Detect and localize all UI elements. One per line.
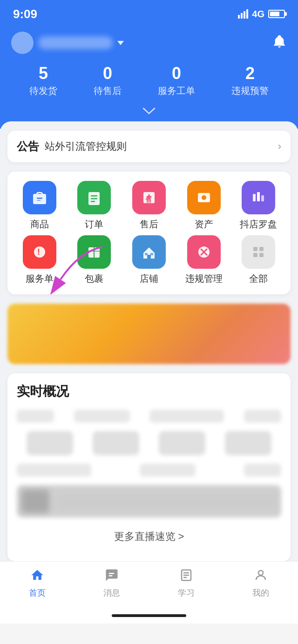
menu-item-store[interactable]: 店铺 bbox=[126, 235, 172, 285]
signal-icon bbox=[238, 9, 248, 19]
home-icon bbox=[30, 568, 44, 585]
realtime-row-2 bbox=[17, 431, 281, 455]
blur-metric-2 bbox=[93, 431, 139, 455]
svg-rect-28 bbox=[253, 247, 257, 251]
status-time: 9:09 bbox=[13, 7, 37, 21]
store-label: 店铺 bbox=[140, 272, 158, 285]
stat-num-violation: 2 bbox=[231, 65, 269, 82]
stat-num-service: 0 bbox=[158, 65, 195, 82]
svg-rect-24 bbox=[150, 253, 153, 255]
goods-label: 商品 bbox=[30, 218, 49, 231]
svg-rect-3 bbox=[37, 200, 41, 201]
svg-rect-35 bbox=[183, 577, 187, 578]
svg-rect-30 bbox=[253, 253, 257, 257]
notification-bell-icon[interactable] bbox=[272, 34, 287, 52]
stat-label-service: 服务工单 bbox=[158, 85, 195, 97]
home-bar bbox=[112, 614, 186, 617]
home-indicator bbox=[0, 610, 298, 624]
stat-num-aftersale: 0 bbox=[94, 65, 122, 82]
nav-item-home[interactable]: 首页 bbox=[19, 568, 56, 598]
svg-rect-22 bbox=[147, 255, 151, 259]
realtime-row-3 bbox=[17, 464, 281, 477]
menu-item-assets[interactable]: 资产 bbox=[181, 181, 227, 231]
nav-item-messages[interactable]: 消息 bbox=[93, 568, 130, 598]
menu-item-violation[interactable]: 违规管理 bbox=[181, 235, 227, 285]
bottom-nav: 首页 消息 学习 bbox=[0, 561, 298, 610]
service-label: 服务单 bbox=[26, 272, 54, 285]
announcement-label: 公告 bbox=[17, 139, 39, 154]
menu-item-compass[interactable]: 抖店罗盘 bbox=[235, 181, 282, 231]
store-chevron-icon bbox=[117, 41, 124, 45]
header: 5 待发货 0 待售后 0 服务工单 2 违规预警 bbox=[0, 26, 298, 129]
blur-metric-3 bbox=[159, 431, 205, 455]
menu-item-aftersale[interactable]: 售 售后 bbox=[126, 181, 172, 231]
nav-label-learn: 学习 bbox=[178, 587, 195, 598]
svg-text:!: ! bbox=[37, 247, 40, 257]
menu-grid: 商品 订单 bbox=[7, 172, 291, 294]
svg-rect-15 bbox=[261, 195, 264, 201]
menu-row-1: 商品 订单 bbox=[12, 181, 286, 231]
orders-icon bbox=[77, 181, 111, 214]
content-area: 公告 站外引流管控规则 › 商品 bbox=[0, 121, 298, 561]
stat-waiting-ship[interactable]: 5 待发货 bbox=[29, 65, 57, 97]
status-icons: 4G bbox=[238, 9, 285, 20]
aftersale-label: 售后 bbox=[140, 218, 158, 231]
svg-rect-1 bbox=[33, 194, 46, 204]
menu-item-goods[interactable]: 商品 bbox=[16, 181, 63, 231]
compass-label: 抖店罗盘 bbox=[240, 218, 277, 231]
announcement-text: 站外引流管控规则 bbox=[45, 139, 278, 153]
stat-service-order[interactable]: 0 服务工单 bbox=[158, 65, 195, 97]
learn-icon bbox=[179, 568, 193, 585]
svg-rect-7 bbox=[91, 201, 95, 202]
menu-item-service[interactable]: ! 服务单 bbox=[16, 235, 63, 285]
blur-data-2 bbox=[74, 410, 130, 423]
svg-rect-34 bbox=[183, 575, 190, 576]
menu-item-package[interactable]: 包裹 bbox=[71, 235, 117, 285]
store-icon bbox=[132, 235, 166, 269]
svg-point-36 bbox=[258, 571, 263, 575]
stat-after-sale[interactable]: 0 待售后 bbox=[94, 65, 122, 97]
network-label: 4G bbox=[252, 9, 264, 20]
stat-violation[interactable]: 2 违规预警 bbox=[231, 65, 269, 97]
svg-rect-29 bbox=[259, 247, 264, 251]
expand-chevron-icon[interactable] bbox=[11, 106, 287, 120]
announcement-arrow-icon: › bbox=[278, 140, 281, 153]
assets-label: 资产 bbox=[195, 218, 213, 231]
store-selector[interactable] bbox=[11, 32, 287, 54]
package-label: 包裹 bbox=[85, 272, 103, 285]
blur-metric-4 bbox=[225, 431, 271, 455]
stat-label-aftersale: 待售后 bbox=[94, 85, 122, 97]
more-live-button[interactable]: 更多直播速览 > bbox=[17, 521, 281, 552]
battery-icon bbox=[268, 10, 285, 18]
messages-icon bbox=[105, 568, 119, 585]
violation-label: 违规管理 bbox=[185, 272, 223, 285]
store-avatar bbox=[11, 32, 34, 54]
service-icon: ! bbox=[23, 235, 56, 269]
package-icon bbox=[77, 235, 111, 269]
stat-label-violation: 违规预警 bbox=[231, 85, 269, 97]
svg-rect-13 bbox=[253, 194, 256, 201]
svg-point-12 bbox=[202, 195, 206, 200]
nav-item-mine[interactable]: 我的 bbox=[242, 568, 279, 598]
realtime-section: 实时概况 bbox=[7, 373, 291, 561]
menu-item-all[interactable]: 全部 bbox=[235, 235, 282, 285]
blur-data-1 bbox=[17, 410, 54, 423]
blur-data-6 bbox=[140, 464, 196, 477]
menu-item-orders[interactable]: 订单 bbox=[71, 181, 117, 231]
blur-data-5 bbox=[17, 464, 91, 477]
more-live-text: 更多直播速览 bbox=[114, 530, 176, 544]
menu-row-2: ! 服务单 包裹 bbox=[12, 235, 286, 285]
more-live-arrow-icon: > bbox=[178, 531, 184, 543]
svg-rect-31 bbox=[259, 253, 264, 257]
svg-rect-33 bbox=[183, 572, 190, 574]
svg-rect-2 bbox=[37, 198, 42, 199]
svg-rect-23 bbox=[145, 253, 148, 255]
announcement-bar[interactable]: 公告 站外引流管控规则 › bbox=[7, 131, 291, 162]
stat-num-ship: 5 bbox=[29, 65, 57, 82]
blur-data-4 bbox=[244, 410, 281, 423]
svg-rect-6 bbox=[91, 198, 97, 199]
realtime-row-1 bbox=[17, 410, 281, 423]
nav-item-learn[interactable]: 学习 bbox=[168, 568, 205, 598]
banner-image[interactable] bbox=[7, 304, 291, 364]
svg-rect-14 bbox=[257, 192, 260, 201]
